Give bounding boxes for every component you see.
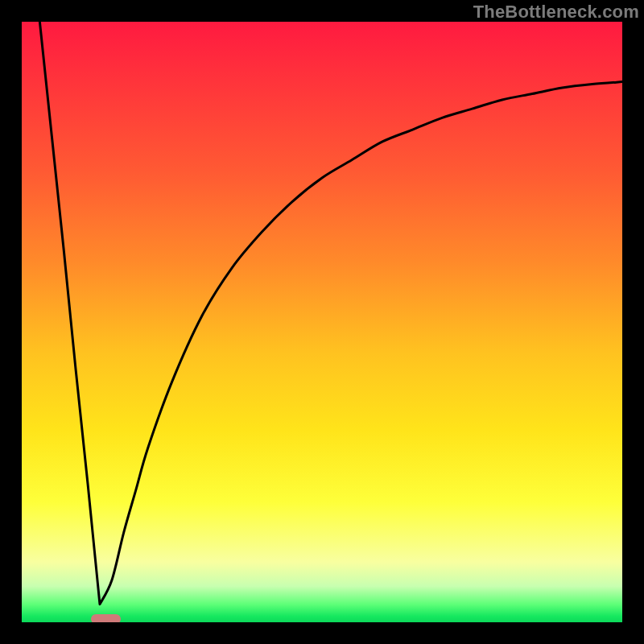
chart-container: TheBottleneck.com — [0, 0, 644, 644]
min-marker — [91, 614, 121, 622]
curve-layer — [22, 22, 622, 622]
plot-area — [22, 22, 622, 622]
watermark: TheBottleneck.com — [473, 2, 639, 23]
bottleneck-curve — [39, 22, 622, 605]
